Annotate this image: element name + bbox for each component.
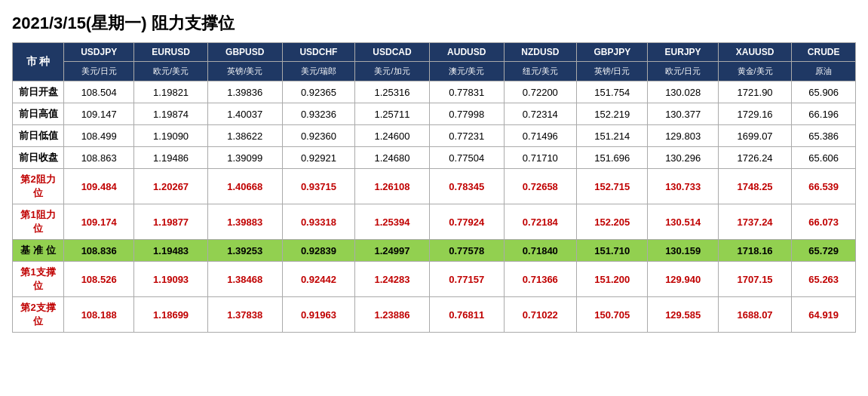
cell-4-crude: 66.539 [792,169,856,204]
cell-1-nzdusd: 0.72314 [504,103,577,125]
cell-1-usdchf: 0.93236 [282,103,355,125]
cell-3-gbpjpy: 151.696 [577,147,648,169]
cell-4-xauusd: 1748.25 [718,169,792,204]
cell-3-eurusd: 1.19486 [134,147,208,169]
cell-5-usdchf: 0.93318 [282,204,355,240]
cell-0-eurjpy: 130.028 [648,81,718,103]
table-row: 第2支撑位108.1881.186991.378380.919631.23886… [13,297,856,333]
row-label-6: 基 准 位 [13,240,64,262]
cell-5-eurjpy: 130.514 [648,204,718,240]
header-gbpjpy: GBPJPY [577,43,648,62]
cell-3-usdjpy: 108.863 [64,147,134,169]
cell-8-crude: 64.919 [792,297,856,333]
cell-1-eurusd: 1.19874 [134,103,208,125]
cell-8-audusd: 0.76811 [429,297,504,333]
cell-8-nzdusd: 0.71022 [504,297,577,333]
table-row: 前日开盘108.5041.198211.398360.923651.253160… [13,81,856,103]
cell-7-crude: 65.263 [792,262,856,297]
cell-5-xauusd: 1737.24 [718,204,792,240]
cell-5-audusd: 0.77924 [429,204,504,240]
cell-4-audusd: 0.78345 [429,169,504,204]
cell-3-usdchf: 0.92921 [282,147,355,169]
cell-6-nzdusd: 0.71840 [504,240,577,262]
cell-8-eurusd: 1.18699 [134,297,208,333]
cell-1-gbpusd: 1.40037 [207,103,282,125]
row-label-7: 第1支撑位 [13,262,64,297]
cell-6-usdcad: 1.24997 [355,240,430,262]
cell-8-gbpjpy: 150.705 [577,297,648,333]
header-usdcad: USDCAD [355,43,430,62]
cell-7-nzdusd: 0.71366 [504,262,577,297]
cell-5-eurusd: 1.19877 [134,204,208,240]
header-audusd: AUDUSD [429,43,504,62]
cell-6-usdjpy: 108.836 [64,240,134,262]
header-sub-eurusd: 欧元/美元 [134,62,208,81]
cell-2-gbpusd: 1.38622 [207,125,282,147]
cell-5-usdjpy: 109.174 [64,204,134,240]
cell-4-gbpusd: 1.40668 [207,169,282,204]
cell-3-gbpusd: 1.39099 [207,147,282,169]
cell-5-usdcad: 1.25394 [355,204,430,240]
cell-4-usdcad: 1.26108 [355,169,430,204]
cell-2-nzdusd: 0.71496 [504,125,577,147]
cell-6-crude: 65.729 [792,240,856,262]
cell-1-usdjpy: 109.147 [64,103,134,125]
header-sub-usdjpy: 美元/日元 [64,62,134,81]
cell-4-usdjpy: 109.484 [64,169,134,204]
cell-8-eurjpy: 129.585 [648,297,718,333]
cell-1-audusd: 0.77998 [429,103,504,125]
cell-0-usdjpy: 108.504 [64,81,134,103]
cell-0-xauusd: 1721.90 [718,81,792,103]
cell-6-eurjpy: 130.159 [648,240,718,262]
row-label-8: 第2支撑位 [13,297,64,333]
cell-7-xauusd: 1707.15 [718,262,792,297]
cell-4-eurusd: 1.20267 [134,169,208,204]
cell-7-audusd: 0.77157 [429,262,504,297]
page-title: 2021/3/15(星期一) 阻力支撑位 [12,12,856,35]
cell-5-crude: 66.073 [792,204,856,240]
cell-2-crude: 65.386 [792,125,856,147]
header-sub-xauusd: 黄金/美元 [718,62,792,81]
cell-6-audusd: 0.77578 [429,240,504,262]
cell-3-usdcad: 1.24680 [355,147,430,169]
cell-5-gbpusd: 1.39883 [207,204,282,240]
cell-2-eurusd: 1.19090 [134,125,208,147]
header-sub-usdchf: 美元/瑞郎 [282,62,355,81]
cell-7-usdchf: 0.92442 [282,262,355,297]
cell-6-gbpjpy: 151.710 [577,240,648,262]
cell-3-nzdusd: 0.71710 [504,147,577,169]
header-sub-gbpjpy: 英镑/日元 [577,62,648,81]
cell-6-eurusd: 1.19483 [134,240,208,262]
cell-3-xauusd: 1726.24 [718,147,792,169]
table-row: 前日高值109.1471.198741.400370.932361.257110… [13,103,856,125]
cell-4-gbpjpy: 152.715 [577,169,648,204]
row-label-3: 前日收盘 [13,147,64,169]
cell-6-gbpusd: 1.39253 [207,240,282,262]
header-label: 市 种 [13,43,64,81]
cell-0-nzdusd: 0.72200 [504,81,577,103]
cell-1-usdcad: 1.25711 [355,103,430,125]
cell-7-gbpusd: 1.38468 [207,262,282,297]
table-row: 第1支撑位108.5261.190931.384680.924421.24283… [13,262,856,297]
header-eurusd: EURUSD [134,43,208,62]
cell-2-usdchf: 0.92360 [282,125,355,147]
cell-1-eurjpy: 130.377 [648,103,718,125]
cell-7-gbpjpy: 151.200 [577,262,648,297]
cell-0-gbpjpy: 151.754 [577,81,648,103]
header-crude: CRUDE [792,43,856,62]
cell-4-nzdusd: 0.72658 [504,169,577,204]
cell-7-usdjpy: 108.526 [64,262,134,297]
header-sub-crude: 原油 [792,62,856,81]
cell-0-usdcad: 1.25316 [355,81,430,103]
row-label-5: 第1阻力位 [13,204,64,240]
cell-2-audusd: 0.77231 [429,125,504,147]
cell-0-crude: 65.906 [792,81,856,103]
row-label-4: 第2阻力位 [13,169,64,204]
cell-2-eurjpy: 129.803 [648,125,718,147]
header-gbpusd: GBPUSD [207,43,282,62]
table-row: 前日低值108.4991.190901.386220.923601.246000… [13,125,856,147]
cell-3-eurjpy: 130.296 [648,147,718,169]
cell-0-eurusd: 1.19821 [134,81,208,103]
cell-8-xauusd: 1688.07 [718,297,792,333]
cell-4-eurjpy: 130.733 [648,169,718,204]
